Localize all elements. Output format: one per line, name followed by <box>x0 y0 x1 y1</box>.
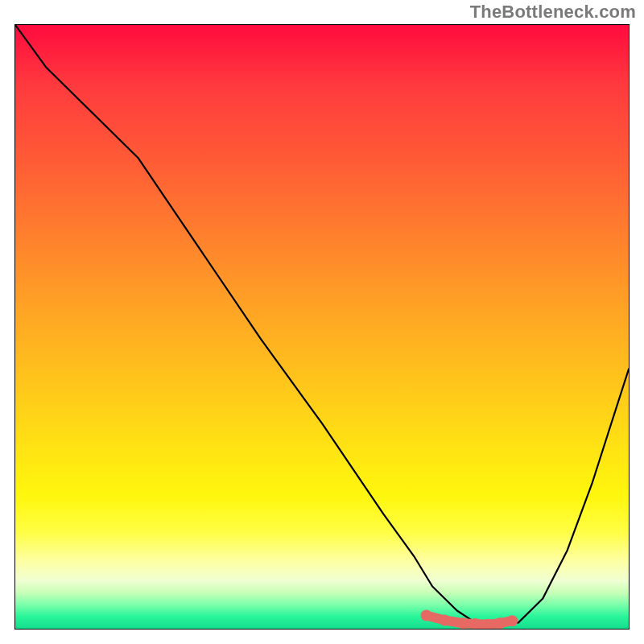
bottleneck-curve <box>15 25 629 625</box>
chart-stage: TheBottleneck.com <box>0 0 644 644</box>
optimal-marker <box>506 615 518 626</box>
optimal-marker <box>421 610 432 621</box>
plot-area <box>14 24 630 630</box>
optimal-marker <box>494 617 506 629</box>
watermark-text: TheBottleneck.com <box>470 2 636 23</box>
optimal-band-markers <box>421 610 518 629</box>
optimal-marker <box>439 615 450 626</box>
plot-overlay-svg <box>15 25 629 629</box>
optimal-marker <box>457 617 469 629</box>
